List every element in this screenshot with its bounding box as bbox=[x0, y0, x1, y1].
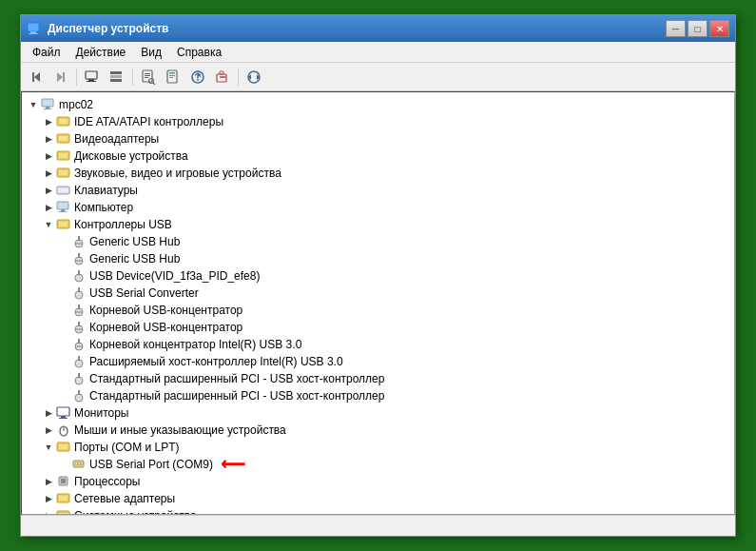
network-expander[interactable]: ▶ bbox=[41, 490, 56, 507]
usb-ctrl-icon bbox=[56, 217, 71, 232]
tree-item-system[interactable]: ▶ Системные устройства bbox=[22, 507, 734, 515]
cpu-expander[interactable]: ▶ bbox=[41, 473, 56, 490]
tree-view[interactable]: ▼ mpc02 ▶ IDE ATA/ATAPI контроллеры bbox=[21, 91, 735, 515]
svg-rect-48 bbox=[78, 236, 80, 241]
disk-expander[interactable]: ▶ bbox=[41, 148, 56, 165]
tree-item-usb-serial-port[interactable]: ▶ USB Serial Port (COM9) ⟵ bbox=[22, 456, 734, 473]
network-label: Сетевые адаптеры bbox=[74, 492, 175, 505]
svg-marker-5 bbox=[57, 72, 63, 82]
maximize-button[interactable]: □ bbox=[688, 20, 708, 37]
computer-expander[interactable]: ▶ bbox=[41, 199, 56, 216]
tree-item-pci-1[interactable]: ▶ Стандартный расширенный PCI - USB хост… bbox=[22, 370, 734, 387]
toolbar-computer-button[interactable] bbox=[81, 67, 104, 88]
title-buttons: ─ □ ✕ bbox=[666, 20, 729, 37]
video-label: Видеоадаптеры bbox=[74, 132, 159, 146]
svg-rect-22 bbox=[169, 77, 173, 78]
tree-item-keyboard[interactable]: ▶ Клавиатуры bbox=[22, 182, 734, 199]
tree-item-usb-ctrl[interactable]: ▼ Контроллеры USB bbox=[22, 216, 734, 233]
ports-label: Порты (COM и LPT) bbox=[74, 441, 180, 454]
tree-item-cpu[interactable]: ▶ Процессоры bbox=[22, 473, 734, 490]
tree-item-generic-hub-1[interactable]: ▶ Generic USB Hub bbox=[22, 233, 734, 250]
usb-converter-label: USB Serial Converter bbox=[89, 286, 199, 300]
device-manager-window: Диспетчер устройств ─ □ ✕ Файл Действие … bbox=[20, 14, 736, 537]
menu-action[interactable]: Действие bbox=[68, 44, 134, 61]
disk-icon bbox=[56, 148, 71, 164]
svg-point-68 bbox=[75, 377, 83, 384]
toolbar-list-button[interactable] bbox=[106, 67, 128, 88]
svg-rect-51 bbox=[78, 253, 80, 258]
root-expander[interactable]: ▼ bbox=[26, 96, 41, 113]
svg-point-66 bbox=[75, 360, 83, 367]
sound-label: Звуковые, видео и игровые устройства bbox=[74, 167, 281, 180]
toolbar-refresh-button[interactable] bbox=[242, 67, 265, 88]
toolbar-properties-button[interactable] bbox=[162, 67, 184, 88]
tree-item-root-hub-1[interactable]: ▶ Корневой USB-концентратор bbox=[22, 302, 734, 319]
ports-expander[interactable]: ▼ bbox=[41, 439, 56, 456]
tree-item-ports[interactable]: ▼ Порты (COM и LPT) bbox=[22, 439, 734, 456]
tree-item-usb-device[interactable]: ▶ USB Device(VID_1f3a_PID_efe8) bbox=[22, 267, 734, 285]
monitors-expander[interactable]: ▶ bbox=[41, 404, 56, 422]
status-bar bbox=[21, 515, 735, 536]
tree-item-monitors[interactable]: ▶ Мониторы bbox=[22, 404, 734, 422]
tree-item-video[interactable]: ▶ Видеоадаптеры bbox=[22, 130, 734, 148]
serial-port-icon bbox=[71, 457, 87, 472]
tree-item-root[interactable]: ▼ mpc02 bbox=[22, 96, 734, 113]
svg-rect-20 bbox=[169, 72, 175, 74]
svg-rect-41 bbox=[58, 188, 68, 192]
toolbar-back-button[interactable] bbox=[25, 67, 48, 88]
menu-view[interactable]: Вид bbox=[133, 44, 169, 61]
cpu-label: Процессоры bbox=[74, 475, 141, 488]
svg-point-55 bbox=[75, 291, 83, 299]
svg-rect-24 bbox=[217, 74, 226, 82]
sound-expander[interactable]: ▶ bbox=[41, 165, 56, 182]
tree-item-sound[interactable]: ▶ Звуковые, видео и игровые устройства bbox=[22, 165, 734, 182]
red-arrow-annotation: ⟵ bbox=[221, 454, 245, 475]
system-icon bbox=[56, 508, 71, 515]
mice-label: Мыши и иные указывающие устройства bbox=[74, 423, 286, 437]
menu-help[interactable]: Справка bbox=[169, 44, 229, 61]
close-button[interactable]: ✕ bbox=[709, 20, 729, 37]
ide-expander[interactable]: ▶ bbox=[41, 113, 56, 130]
system-expander[interactable]: ▶ bbox=[41, 507, 56, 515]
tree-item-pci-2[interactable]: ▶ Стандартный расширенный PCI - USB хост… bbox=[22, 387, 734, 404]
tree-item-generic-hub-2[interactable]: ▶ Generic USB Hub bbox=[22, 250, 734, 267]
tree-item-ide[interactable]: ▶ IDE ATA/ATAPI контроллеры bbox=[22, 113, 734, 130]
svg-point-53 bbox=[75, 274, 83, 282]
svg-rect-9 bbox=[87, 81, 96, 82]
svg-rect-8 bbox=[88, 79, 94, 81]
usb-ctrl-expander[interactable]: ▼ bbox=[41, 216, 56, 233]
intel-host-label: Расширяемый хост-контроллер Intel(R) USB… bbox=[89, 355, 343, 368]
intel-host-icon bbox=[71, 354, 87, 369]
monitors-label: Мониторы bbox=[74, 406, 128, 420]
tree-item-intel-host[interactable]: ▶ Расширяемый хост-контроллер Intel(R) U… bbox=[22, 353, 734, 370]
tree-item-network[interactable]: ▶ Сетевые адаптеры bbox=[22, 490, 734, 507]
menu-bar: Файл Действие Вид Справка bbox=[21, 42, 735, 63]
toolbar-update-button[interactable] bbox=[186, 67, 209, 88]
tree-item-intel-hub[interactable]: ▶ Корневой концентратор Intel(R) USB 3.0 bbox=[22, 336, 734, 353]
svg-rect-69 bbox=[78, 373, 80, 378]
tree-item-disk[interactable]: ▶ Дисковые устройства bbox=[22, 148, 734, 165]
svg-rect-82 bbox=[79, 463, 80, 464]
tree-item-computer[interactable]: ▶ Компьютер bbox=[22, 199, 734, 216]
minimize-button[interactable]: ─ bbox=[666, 20, 686, 37]
svg-rect-56 bbox=[78, 287, 80, 292]
keyboard-expander[interactable]: ▶ bbox=[41, 182, 56, 199]
title-bar: Диспетчер устройств ─ □ ✕ bbox=[21, 15, 735, 42]
mice-expander[interactable]: ▶ bbox=[41, 422, 56, 439]
intel-hub-icon bbox=[71, 337, 87, 352]
menu-file[interactable]: Файл bbox=[25, 44, 68, 61]
serial-port-label: USB Serial Port (COM9) bbox=[89, 458, 213, 471]
svg-rect-39 bbox=[59, 170, 68, 175]
ports-icon bbox=[56, 440, 71, 455]
toolbar-forward-button[interactable] bbox=[49, 67, 72, 88]
usb-converter-icon bbox=[71, 285, 87, 301]
tree-item-mice[interactable]: ▶ Мыши и иные указывающие устройства bbox=[22, 422, 734, 439]
video-expander[interactable]: ▶ bbox=[41, 130, 56, 148]
computer-icon bbox=[41, 97, 56, 112]
tree-item-root-hub-2[interactable]: ▶ Корневой USB-концентратор bbox=[22, 319, 734, 336]
toolbar-uninstall-button[interactable] bbox=[211, 67, 234, 88]
toolbar-scan-button[interactable] bbox=[137, 67, 160, 88]
tree-item-usb-serial-converter[interactable]: ▶ USB Serial Converter bbox=[22, 285, 734, 302]
usb-ctrl-label: Контроллеры USB bbox=[74, 218, 172, 231]
content-area: ▼ mpc02 ▶ IDE ATA/ATAPI контроллеры bbox=[21, 91, 735, 515]
